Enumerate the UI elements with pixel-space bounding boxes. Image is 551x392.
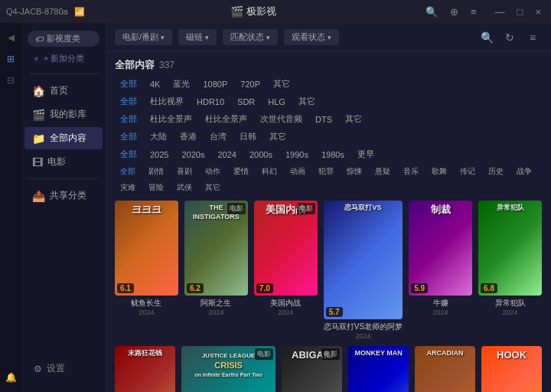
filter-all-audio[interactable]: 全部 — [115, 112, 142, 126]
section-header: 全部内容 337 — [115, 58, 542, 72]
filter-nextgen-audio[interactable]: 次世代音频 — [255, 112, 308, 126]
minimize-button[interactable]: — — [491, 5, 509, 19]
filter-bluray[interactable]: 蓝光 — [168, 77, 195, 91]
filter-all-genre[interactable]: 全部 — [115, 165, 141, 178]
filter-dts[interactable]: DTS — [310, 113, 337, 126]
icon-bar-network[interactable]: 🔔 — [2, 369, 19, 386]
movie-card-3[interactable]: 美国内战 7.0 电影 美国内战 2024 — [254, 201, 318, 340]
filter-hlg[interactable]: HLG — [262, 96, 291, 108]
filter-romance[interactable]: 爱情 — [228, 165, 254, 178]
movie-card-5[interactable]: 制裁 5.9 牛赚 2024 — [409, 201, 472, 340]
filter-mainland[interactable]: 大陆 — [145, 129, 172, 144]
movie-year-4: 2024 — [324, 332, 403, 340]
filter-japan-korea[interactable]: 日韩 — [234, 129, 262, 144]
filter-thriller[interactable]: 惊悚 — [341, 165, 367, 178]
sidebar-item-library[interactable]: 🎬 我的影库 — [24, 103, 103, 126]
movie-rating-6: 6.8 — [481, 283, 497, 293]
movie-card-crisis[interactable]: JUSTICE LEAGUECRISISon Infinite Earths P… — [181, 346, 276, 392]
filter-all-region[interactable]: 全部 — [115, 129, 142, 144]
filter-match-status[interactable]: 匹配状态 ▾ — [223, 29, 278, 45]
filter-all-hdr[interactable]: 全部 — [115, 94, 142, 109]
filter-hdr-other[interactable]: 其它 — [293, 94, 321, 109]
chevron-down-icon-3: ▾ — [266, 34, 270, 41]
filter-magnet[interactable]: 磁链 ▾ — [178, 29, 217, 45]
filter-crime[interactable]: 犯罪 — [313, 165, 339, 178]
icon-bar-library[interactable]: ⊞ — [2, 51, 19, 67]
search-icon-title[interactable]: 🔍 — [422, 5, 442, 19]
movie-card-4[interactable]: 恋马双打VS 5.7 恋马双打VS老师的阿梦 2024 — [324, 201, 403, 340]
sidebar-divider — [29, 74, 98, 74]
filter-2020s[interactable]: 2020s — [176, 149, 210, 161]
filter-sdr[interactable]: SDR — [232, 96, 260, 108]
filter-hongkong[interactable]: 香港 — [174, 129, 202, 144]
filter-taiwan[interactable]: 台湾 — [204, 129, 232, 144]
filter-movie-type[interactable]: 电影/番剧 ▾ — [115, 29, 172, 45]
movie-card-abigail[interactable]: ABIGAIL 6.6 电影 嗜血孤儿 2024 — [282, 346, 342, 392]
movie-rating-2: 6.2 — [187, 283, 204, 293]
filter-action[interactable]: 动作 — [200, 165, 226, 178]
filter-dolby-atmos2[interactable]: 杜比全景声 — [200, 112, 253, 126]
refresh-button[interactable]: ↻ — [500, 28, 519, 47]
filter-genre-other[interactable]: 其它 — [200, 181, 226, 194]
filter-adventure[interactable]: 冒险 — [143, 181, 169, 194]
filter-dolby-atmos[interactable]: 杜比全景声 — [145, 112, 197, 126]
icon-bar-back[interactable]: ◀ — [2, 29, 19, 46]
filter-comedy[interactable]: 喜剧 — [171, 165, 197, 178]
filter-history[interactable]: 历史 — [483, 165, 509, 178]
menu-icon-title[interactable]: ≡ — [467, 5, 481, 19]
filter-hdr10[interactable]: HDR10 — [191, 96, 230, 108]
movie-card-arcadian[interactable]: ARCADIAN 5.5 异界追踪 2024 — [415, 346, 475, 392]
filter-2000s[interactable]: 2000s — [244, 149, 278, 161]
movie-card-7[interactable]: 末路狂花钱 5.3 末路狂花钱 2024 — [115, 346, 175, 392]
filter-4k[interactable]: 4K — [145, 78, 165, 90]
movie-card-1[interactable]: 크크크 6.1 鱿鱼长生 2024 — [115, 201, 178, 340]
sidebar-item-movie[interactable]: 🎞 电影 — [24, 151, 103, 173]
icon-bar: ◀ ⊞ ⊟ 🔔 — [0, 23, 21, 392]
filter-drama[interactable]: 剧情 — [143, 165, 169, 178]
filter-region-other[interactable]: 其它 — [264, 129, 292, 144]
view-options-button[interactable]: ≡ — [523, 28, 542, 47]
movie-card-2[interactable]: THE INSTIGATORS 6.2 电影 阿斯之生 2024 — [184, 201, 248, 340]
filter-biography[interactable]: 传记 — [455, 165, 481, 178]
filter-earlier[interactable]: 更早 — [352, 147, 380, 162]
filter-scifi[interactable]: 科幻 — [256, 165, 282, 178]
filter-1080p[interactable]: 1080P — [197, 78, 233, 90]
movie-poster-hook: HOOK 8.6 — [481, 346, 542, 392]
filter-dolby-vision[interactable]: 杜比视界 — [145, 94, 189, 109]
movie-card-hook[interactable]: HOOK 8.6 世外孤魂 2024 — [481, 346, 542, 392]
settings-icon: ⚙ — [34, 364, 42, 374]
add-icon-title[interactable]: ⊕ — [446, 5, 462, 19]
sidebar-item-home[interactable]: 🏠 首页 — [24, 80, 103, 102]
filter-720p[interactable]: 720P — [235, 78, 266, 90]
movie-grid-row1: 크크크 6.1 鱿鱼长生 2024 THE INSTIGATORS 6.2 电影 — [115, 201, 542, 340]
filter-res-other[interactable]: 其它 — [268, 77, 295, 91]
filter-1980s[interactable]: 1980s — [316, 149, 350, 161]
filter-animation[interactable]: 动画 — [285, 165, 311, 178]
maximize-button[interactable]: □ — [514, 5, 527, 19]
filter-mystery[interactable]: 悬疑 — [370, 165, 396, 178]
close-button[interactable]: × — [531, 5, 545, 19]
category-tag-btn[interactable]: 🏷 影视度类 — [28, 31, 99, 47]
filter-2024[interactable]: 2024 — [212, 149, 241, 161]
sidebar-item-all[interactable]: 📁 全部内容 — [24, 127, 103, 149]
sidebar-item-shared[interactable]: 📤 共享分类 — [24, 185, 103, 207]
filter-1990s[interactable]: 1990s — [280, 149, 314, 161]
add-category-btn[interactable]: ＋ + 新加分类 — [24, 50, 103, 67]
filter-watch-status[interactable]: 观看状态 ▾ — [284, 29, 339, 45]
movie-card-6[interactable]: 异常犯队 6.8 异常犯队 2024 — [478, 201, 542, 340]
filter-all-year[interactable]: 全部 — [115, 147, 142, 162]
movie-poster-7: 末路狂花钱 5.3 — [115, 346, 175, 392]
search-button[interactable]: 🔍 — [478, 28, 496, 47]
filter-wuxia[interactable]: 武侠 — [171, 181, 197, 194]
filter-audio-other[interactable]: 其它 — [340, 112, 367, 126]
icon-bar-grid[interactable]: ⊟ — [2, 72, 19, 89]
filter-all-resolution[interactable]: 全部 — [115, 77, 142, 91]
movie-card-monkeyman[interactable]: MONKEY MAN 6.8 沸火女猎手 2024 — [348, 346, 409, 392]
shared-icon: 📤 — [32, 190, 45, 202]
filter-music[interactable]: 音乐 — [398, 165, 424, 178]
filter-dance[interactable]: 歌舞 — [426, 165, 452, 178]
filter-2025[interactable]: 2025 — [145, 149, 174, 161]
filter-disaster[interactable]: 灾难 — [115, 181, 141, 194]
settings-btn[interactable]: ⚙ 设置 — [28, 358, 99, 380]
filter-war[interactable]: 战争 — [511, 165, 537, 178]
